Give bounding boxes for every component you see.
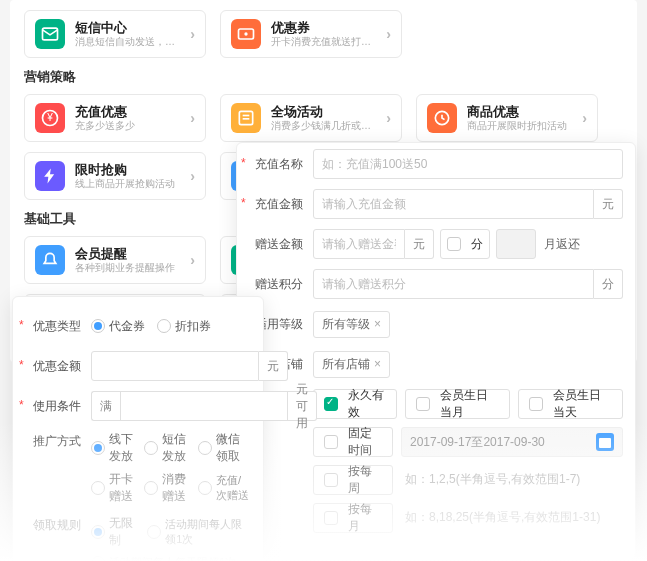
monthly-checkbox[interactable]: 按每月 <box>313 503 393 533</box>
field-label: 充值名称 <box>249 156 303 173</box>
chevron-right-icon: › <box>386 26 391 42</box>
unit-suffix: 分 <box>594 269 623 299</box>
chevron-right-icon: › <box>190 26 195 42</box>
chevron-right-icon: › <box>190 110 195 126</box>
field-label: 优惠类型 <box>27 318 81 335</box>
field-label: 推广方式 <box>27 431 81 450</box>
monthly-hint: 如：8,18,25(半角逗号,有效范围1-31) <box>401 503 623 533</box>
tile-title: 充值优惠 <box>75 104 180 120</box>
coupon-type-radio[interactable] <box>157 319 171 333</box>
chevron-right-icon: › <box>190 252 195 268</box>
unit-suffix: 元 <box>405 229 434 259</box>
promo-radio[interactable] <box>91 441 105 455</box>
birthday-month-checkbox[interactable]: 会员生日当月 <box>405 389 510 419</box>
clock-icon <box>427 103 457 133</box>
list-icon <box>231 103 261 133</box>
bell-icon <box>35 245 65 275</box>
chevron-right-icon: › <box>386 110 391 126</box>
tile-title: 短信中心 <box>75 20 180 36</box>
nav-tile[interactable]: 优惠券开卡消费充值就送打折券、代金券› <box>220 10 402 58</box>
birthday-day-checkbox[interactable]: 会员生日当天 <box>518 389 623 419</box>
cond-prefix: 满 <box>91 391 120 421</box>
close-icon[interactable]: × <box>374 317 381 331</box>
tile-sub: 各种到期业务提醒操作 <box>75 262 180 274</box>
fixed-time-checkbox[interactable]: 固定时间 <box>313 427 393 457</box>
tile-title: 全场活动 <box>271 104 376 120</box>
get-rule-radio[interactable] <box>91 525 105 539</box>
unit-suffix: 元 <box>259 351 288 381</box>
mail-icon <box>35 19 65 49</box>
section-marketing: 营销策略 <box>24 68 623 86</box>
field-label: 优惠金额 <box>27 358 81 375</box>
field-label: 使用条件 <box>27 398 81 415</box>
bonus-months-input[interactable] <box>496 229 536 259</box>
tile-sub: 开卡消费充值就送打折券、代金券 <box>271 36 376 48</box>
recharge-name-input[interactable] <box>313 149 623 179</box>
close-icon[interactable]: × <box>374 357 381 371</box>
bonus-points-input[interactable] <box>313 269 594 299</box>
ticket-icon <box>231 19 261 49</box>
field-label: 赠送金额 <box>249 236 303 253</box>
bonus-split-checkbox[interactable]: 分 <box>440 229 490 259</box>
tile-title: 限时抢购 <box>75 162 180 178</box>
calendar-icon <box>596 433 614 451</box>
level-tag[interactable]: 所有等级× <box>313 311 390 338</box>
nav-tile[interactable]: ¥充值优惠充多少送多少› <box>24 94 206 142</box>
nav-tile[interactable]: 会员提醒各种到期业务提醒操作› <box>24 236 206 284</box>
promo-radio[interactable] <box>144 441 158 455</box>
bolt-icon <box>35 161 65 191</box>
tile-title: 优惠券 <box>271 20 376 36</box>
field-label: 赠送积分 <box>249 276 303 293</box>
condition-input[interactable] <box>120 391 288 421</box>
unit-suffix: 元 <box>594 189 623 219</box>
cond-suffix: 元可用 <box>288 391 317 421</box>
chevron-right-icon: › <box>582 110 587 126</box>
bonus-amount-input[interactable] <box>313 229 405 259</box>
promo-radio[interactable] <box>144 481 158 495</box>
svg-text:¥: ¥ <box>46 112 53 123</box>
promo-radio[interactable] <box>91 481 105 495</box>
get-rule-radio[interactable] <box>147 525 161 539</box>
coupon-type-radio[interactable] <box>91 319 105 333</box>
yen-icon: ¥ <box>35 103 65 133</box>
field-label: 领取规则 <box>27 515 81 534</box>
tile-title: 会员提醒 <box>75 246 180 262</box>
tile-sub: 消息短信自动发送，节假日优惠一键触达 <box>75 36 180 48</box>
nav-tile[interactable]: 限时抢购线上商品开展抢购活动› <box>24 152 206 200</box>
nav-tile[interactable]: 短信中心消息短信自动发送，节假日优惠一键触达› <box>24 10 206 58</box>
tile-sub: 充多少送多少 <box>75 120 180 132</box>
field-label: 充值金额 <box>249 196 303 213</box>
nav-tile[interactable]: 全场活动消费多少钱满几折或者减多少› <box>220 94 402 142</box>
forever-checkbox[interactable]: 永久有效 <box>313 389 397 419</box>
weekly-checkbox[interactable]: 按每周 <box>313 465 393 495</box>
tile-sub: 线上商品开展抢购活动 <box>75 178 180 190</box>
shop-tag[interactable]: 所有店铺× <box>313 351 390 378</box>
coupon-form: 优惠类型 代金券 折扣券 优惠金额 元 使用条件 满 元可用 推广方式 线下发放… <box>12 296 264 561</box>
chevron-right-icon: › <box>190 168 195 184</box>
svg-point-2 <box>244 32 247 35</box>
tile-title: 商品优惠 <box>467 104 572 120</box>
nav-tile[interactable]: 商品优惠商品开展限时折扣活动› <box>416 94 598 142</box>
tile-sub: 消费多少钱满几折或者减多少 <box>271 120 376 132</box>
coupon-amount-input[interactable] <box>91 351 259 381</box>
recharge-form: 充值名称 充值金额 元 赠送金额 元 分 月返还 赠送积分 分 适用等级 所有等… <box>236 142 636 560</box>
date-range-picker[interactable]: 2017-09-17至2017-09-30 <box>401 427 623 457</box>
promo-radio[interactable] <box>198 481 212 495</box>
get-rule-radio[interactable] <box>91 556 105 562</box>
bonus-return-label: 月返还 <box>544 236 580 253</box>
tile-sub: 商品开展限时折扣活动 <box>467 120 572 132</box>
recharge-amount-input[interactable] <box>313 189 594 219</box>
promo-radio[interactable] <box>198 441 212 455</box>
weekly-hint: 如：1,2,5(半角逗号,有效范围1-7) <box>401 465 623 495</box>
